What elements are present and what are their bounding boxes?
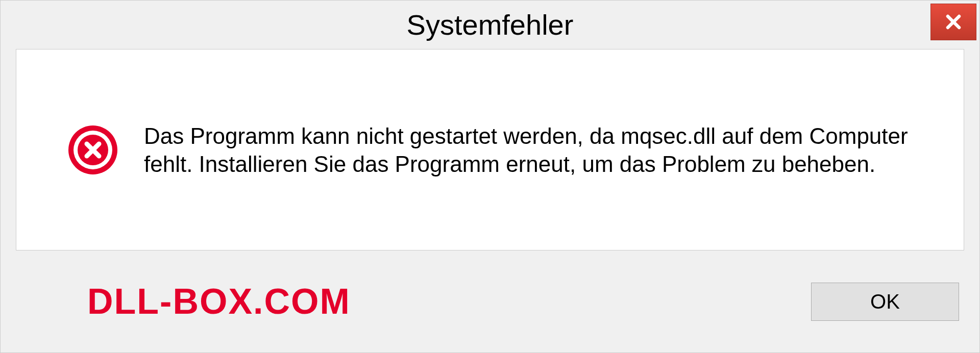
ok-button[interactable]: OK	[811, 283, 959, 321]
dialog-footer: DLL-BOX.COM OK	[1, 250, 979, 352]
close-button[interactable]	[930, 4, 976, 40]
close-icon	[944, 12, 963, 32]
watermark-text: DLL-BOX.COM	[87, 281, 351, 322]
error-icon	[67, 124, 118, 175]
error-dialog: Systemfehler Das Programm kann nicht ges…	[0, 0, 980, 353]
titlebar: Systemfehler	[1, 1, 979, 49]
dialog-title: Systemfehler	[407, 8, 574, 41]
content-panel: Das Programm kann nicht gestartet werden…	[16, 49, 964, 250]
error-message: Das Programm kann nicht gestartet werden…	[144, 122, 933, 178]
